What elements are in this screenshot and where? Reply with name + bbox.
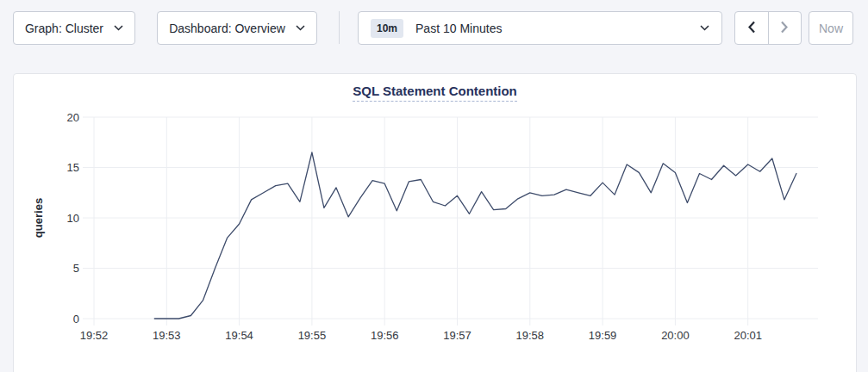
svg-text:19:57: 19:57 xyxy=(443,329,471,342)
chart-title-row: SQL Statement Contention xyxy=(14,84,856,102)
svg-text:5: 5 xyxy=(73,262,79,275)
db-console-page: Graph: Cluster Dashboard: Overview 10m P… xyxy=(0,0,868,372)
svg-text:19:53: 19:53 xyxy=(153,329,181,342)
svg-text:10: 10 xyxy=(67,212,79,225)
svg-text:0: 0 xyxy=(73,313,79,326)
time-window-badge: 10m xyxy=(371,19,403,38)
dashboard-label: Dashboard: Overview xyxy=(169,22,285,35)
chevron-down-icon xyxy=(114,25,123,31)
now-button-label: Now xyxy=(819,22,843,35)
sql-contention-chart-card: 05101520 19:5219:5319:5419:5519:5619:571… xyxy=(13,73,857,372)
toolbar-divider xyxy=(339,11,340,44)
graph-scope-label: Graph: Cluster xyxy=(25,22,103,35)
svg-text:15: 15 xyxy=(67,161,79,174)
graph-scope-dropdown[interactable]: Graph: Cluster xyxy=(13,11,135,45)
time-range-dropdown[interactable]: 10m Past 10 Minutes xyxy=(358,11,722,45)
sql-contention-chart: 05101520 19:5219:5319:5419:5519:5619:571… xyxy=(14,74,856,367)
shift-time-forward-button[interactable] xyxy=(768,12,802,44)
shift-time-back-button[interactable] xyxy=(735,12,768,44)
y-axis-title: queries xyxy=(32,198,45,238)
chevron-down-icon xyxy=(296,25,305,31)
now-button[interactable]: Now xyxy=(809,11,853,45)
x-axis-tick-labels: 19:5219:5319:5419:5519:5619:5719:5819:59… xyxy=(80,329,762,342)
chevron-left-icon xyxy=(747,21,756,36)
svg-text:19:58: 19:58 xyxy=(516,329,545,342)
time-window-label: Past 10 Minutes xyxy=(415,22,700,35)
svg-text:20:01: 20:01 xyxy=(734,329,762,342)
y-axis-tick-labels: 05101520 xyxy=(67,111,79,326)
chart-title[interactable]: SQL Statement Contention xyxy=(353,84,517,102)
svg-text:19:59: 19:59 xyxy=(589,329,617,342)
chevron-down-icon xyxy=(700,25,709,31)
svg-text:19:55: 19:55 xyxy=(298,329,327,342)
chevron-right-icon xyxy=(780,21,789,36)
svg-text:19:56: 19:56 xyxy=(371,329,399,342)
dashboard-dropdown[interactable]: Dashboard: Overview xyxy=(157,11,317,45)
svg-text:20: 20 xyxy=(67,111,79,124)
svg-text:19:54: 19:54 xyxy=(225,329,253,342)
chart-gridlines xyxy=(83,117,818,326)
queries-series-line xyxy=(154,152,796,319)
time-shift-button-group xyxy=(734,11,802,45)
svg-text:20:00: 20:00 xyxy=(661,329,690,342)
svg-text:19:52: 19:52 xyxy=(80,329,109,342)
